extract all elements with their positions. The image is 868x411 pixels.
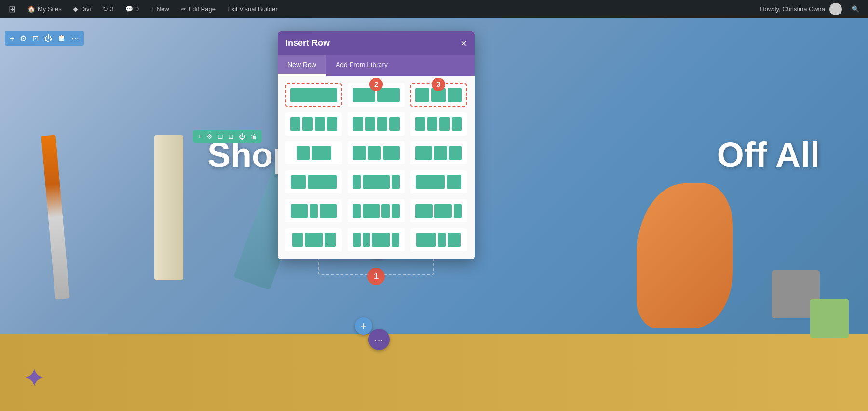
layout-2col-wide-left[interactable] (285, 170, 342, 193)
exit-visual-builder[interactable]: Exit Visual Builder (222, 0, 283, 18)
plus-icon: + (150, 5, 154, 13)
home-icon: 🏠 (27, 5, 35, 13)
layout-3col-mix-a[interactable] (285, 199, 342, 222)
tab-new-row[interactable]: New Row (278, 55, 326, 76)
dialog-close-button[interactable]: × (461, 39, 467, 48)
layout-4col-a[interactable] (285, 112, 342, 136)
divi-logo: ✦ (24, 365, 43, 392)
badge-1: 1 (367, 268, 385, 285)
section-delete-icon[interactable]: 🗑 (250, 133, 257, 140)
layout-3col-mix-b[interactable] (348, 199, 404, 222)
layout-2col[interactable]: 2 (348, 83, 404, 107)
row-add-icon[interactable]: + (10, 34, 14, 43)
section-toolbar: + ⚙ ⊡ ⊞ ⏻ 🗑 (193, 130, 262, 143)
layout-multi-c[interactable] (410, 228, 467, 251)
comments-menu[interactable]: 💬 0 (121, 0, 144, 18)
section-settings-icon[interactable]: ⚙ (206, 133, 213, 140)
row-more-icon[interactable]: ⋯ (71, 34, 79, 43)
updates-icon: ↻ (103, 5, 108, 13)
layout-3col-mix-c[interactable] (410, 199, 467, 222)
dialog-body: 2 3 (278, 76, 475, 259)
my-sites-menu[interactable]: 🏠 My Sites (23, 0, 67, 18)
insert-row-dialog: Insert Row × New Row Add From Library 2 … (278, 31, 475, 259)
section-power-icon[interactable]: ⏻ (239, 133, 245, 140)
badge-2: 2 (369, 78, 383, 91)
admin-bar-right: Howdy, Christina Gwira 🔍 (755, 0, 864, 18)
row-delete-icon[interactable]: 🗑 (58, 34, 66, 43)
layout-1col[interactable] (285, 83, 342, 107)
badge-3: 3 (432, 78, 445, 91)
pencil-icon: ✏ (181, 5, 186, 13)
layout-multi-a[interactable] (285, 228, 342, 251)
yellow-section (0, 334, 868, 411)
section-add-icon[interactable]: + (198, 133, 202, 140)
updates-menu[interactable]: ↻ 3 (98, 0, 119, 18)
new-menu[interactable]: + New (146, 0, 174, 18)
orange-shape-decoration (637, 183, 733, 328)
layout-3col-uneven-c[interactable] (410, 141, 467, 164)
row-power-icon[interactable]: ⏻ (44, 34, 52, 43)
search-icon: 🔍 (852, 5, 859, 13)
wordpress-logo: ⊞ (9, 4, 16, 14)
row-duplicate-icon[interactable]: ⊡ (32, 34, 39, 43)
admin-search-button[interactable]: 🔍 (847, 0, 864, 18)
user-greeting[interactable]: Howdy, Christina Gwira (755, 0, 847, 18)
divi-menu[interactable]: ◆ Divi (68, 0, 96, 18)
dialog-title: Insert Row (285, 38, 330, 48)
layout-3col-uneven-a[interactable] (285, 141, 342, 164)
comments-icon: 💬 (125, 5, 133, 13)
admin-bar: ⊞ 🏠 My Sites ◆ Divi ↻ 3 💬 0 + New ✏ Edit… (0, 0, 868, 18)
wp-icon[interactable]: ⊞ (4, 0, 21, 18)
divi-icon: ◆ (73, 5, 78, 13)
layout-4col-c[interactable] (410, 112, 467, 136)
row-toolbar: + ⚙ ⊡ ⏻ 🗑 ⋯ (5, 31, 84, 46)
green-shape-decoration (810, 299, 849, 338)
add-section-button[interactable]: + (355, 317, 372, 335)
screwdriver-decoration (41, 135, 70, 299)
section-layout-icon[interactable]: ⊞ (228, 133, 234, 140)
layout-3col-center-wide[interactable] (348, 170, 404, 193)
hero-text-right: Off All (717, 135, 820, 175)
layout-2col-wide-right[interactable] (410, 170, 467, 193)
wood-piece-decoration (154, 135, 183, 280)
section-duplicate-icon[interactable]: ⊡ (217, 133, 223, 140)
layout-multi-b[interactable] (348, 228, 404, 251)
row-settings-icon[interactable]: ⚙ (20, 34, 27, 43)
layout-4col-b[interactable] (348, 112, 404, 136)
layout-3col[interactable]: 3 (410, 83, 467, 107)
dialog-header: Insert Row × (278, 31, 475, 55)
layout-3col-uneven-b[interactable] (348, 141, 404, 164)
dialog-tabs: New Row Add From Library (278, 55, 475, 76)
more-options-button[interactable]: ··· (368, 329, 390, 350)
tab-add-from-library[interactable]: Add From Library (326, 55, 397, 76)
user-avatar (829, 3, 842, 15)
edit-page-link[interactable]: ✏ Edit Page (176, 0, 220, 18)
